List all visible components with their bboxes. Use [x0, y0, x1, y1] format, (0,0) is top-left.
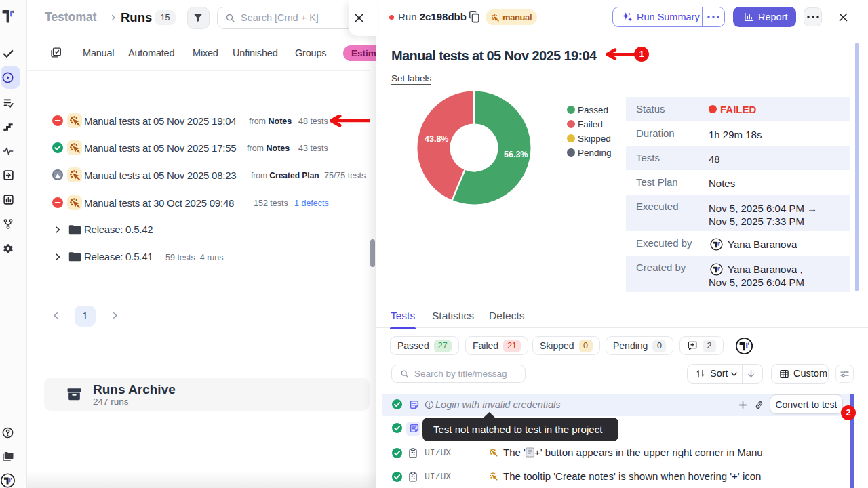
- svg-text:43.8%: 43.8%: [425, 134, 448, 144]
- svg-text:56.3%: 56.3%: [504, 150, 528, 159]
